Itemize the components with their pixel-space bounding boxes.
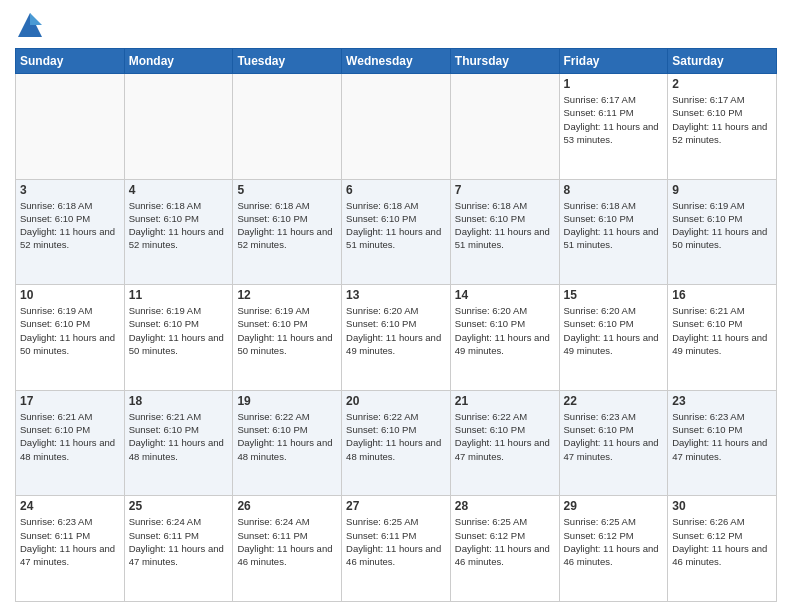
- day-info: Sunrise: 6:17 AMSunset: 6:11 PMDaylight:…: [564, 93, 664, 146]
- day-info: Sunrise: 6:23 AMSunset: 6:10 PMDaylight:…: [672, 410, 772, 463]
- calendar-cell: 24Sunrise: 6:23 AMSunset: 6:11 PMDayligh…: [16, 496, 125, 602]
- day-info: Sunrise: 6:25 AMSunset: 6:11 PMDaylight:…: [346, 515, 446, 568]
- calendar-header-wednesday: Wednesday: [342, 49, 451, 74]
- day-info: Sunrise: 6:17 AMSunset: 6:10 PMDaylight:…: [672, 93, 772, 146]
- day-number: 2: [672, 77, 772, 91]
- day-info: Sunrise: 6:23 AMSunset: 6:11 PMDaylight:…: [20, 515, 120, 568]
- calendar-cell: 30Sunrise: 6:26 AMSunset: 6:12 PMDayligh…: [668, 496, 777, 602]
- day-number: 19: [237, 394, 337, 408]
- day-number: 29: [564, 499, 664, 513]
- logo: [15, 10, 47, 40]
- calendar-header-friday: Friday: [559, 49, 668, 74]
- page: SundayMondayTuesdayWednesdayThursdayFrid…: [0, 0, 792, 612]
- day-number: 6: [346, 183, 446, 197]
- day-number: 16: [672, 288, 772, 302]
- day-info: Sunrise: 6:22 AMSunset: 6:10 PMDaylight:…: [237, 410, 337, 463]
- logo-icon: [15, 10, 45, 40]
- calendar-cell: 25Sunrise: 6:24 AMSunset: 6:11 PMDayligh…: [124, 496, 233, 602]
- day-number: 13: [346, 288, 446, 302]
- calendar-cell: [450, 74, 559, 180]
- calendar-cell: 27Sunrise: 6:25 AMSunset: 6:11 PMDayligh…: [342, 496, 451, 602]
- calendar-cell: 6Sunrise: 6:18 AMSunset: 6:10 PMDaylight…: [342, 179, 451, 285]
- calendar-cell: [342, 74, 451, 180]
- calendar-cell: 1Sunrise: 6:17 AMSunset: 6:11 PMDaylight…: [559, 74, 668, 180]
- day-number: 27: [346, 499, 446, 513]
- day-number: 7: [455, 183, 555, 197]
- day-info: Sunrise: 6:21 AMSunset: 6:10 PMDaylight:…: [129, 410, 229, 463]
- calendar-cell: 23Sunrise: 6:23 AMSunset: 6:10 PMDayligh…: [668, 390, 777, 496]
- calendar-week-row: 3Sunrise: 6:18 AMSunset: 6:10 PMDaylight…: [16, 179, 777, 285]
- calendar-cell: 2Sunrise: 6:17 AMSunset: 6:10 PMDaylight…: [668, 74, 777, 180]
- day-info: Sunrise: 6:20 AMSunset: 6:10 PMDaylight:…: [564, 304, 664, 357]
- calendar-cell: 18Sunrise: 6:21 AMSunset: 6:10 PMDayligh…: [124, 390, 233, 496]
- day-number: 1: [564, 77, 664, 91]
- day-number: 14: [455, 288, 555, 302]
- svg-marker-1: [30, 13, 42, 25]
- day-number: 9: [672, 183, 772, 197]
- calendar-header-tuesday: Tuesday: [233, 49, 342, 74]
- calendar-table: SundayMondayTuesdayWednesdayThursdayFrid…: [15, 48, 777, 602]
- day-number: 26: [237, 499, 337, 513]
- day-number: 23: [672, 394, 772, 408]
- day-number: 20: [346, 394, 446, 408]
- calendar-header-thursday: Thursday: [450, 49, 559, 74]
- calendar-cell: 17Sunrise: 6:21 AMSunset: 6:10 PMDayligh…: [16, 390, 125, 496]
- day-info: Sunrise: 6:22 AMSunset: 6:10 PMDaylight:…: [346, 410, 446, 463]
- calendar-header-monday: Monday: [124, 49, 233, 74]
- day-info: Sunrise: 6:18 AMSunset: 6:10 PMDaylight:…: [20, 199, 120, 252]
- calendar-cell: 11Sunrise: 6:19 AMSunset: 6:10 PMDayligh…: [124, 285, 233, 391]
- calendar-cell: [124, 74, 233, 180]
- calendar-week-row: 24Sunrise: 6:23 AMSunset: 6:11 PMDayligh…: [16, 496, 777, 602]
- day-info: Sunrise: 6:23 AMSunset: 6:10 PMDaylight:…: [564, 410, 664, 463]
- calendar-cell: 5Sunrise: 6:18 AMSunset: 6:10 PMDaylight…: [233, 179, 342, 285]
- day-number: 11: [129, 288, 229, 302]
- day-info: Sunrise: 6:21 AMSunset: 6:10 PMDaylight:…: [672, 304, 772, 357]
- day-info: Sunrise: 6:19 AMSunset: 6:10 PMDaylight:…: [129, 304, 229, 357]
- calendar-cell: 12Sunrise: 6:19 AMSunset: 6:10 PMDayligh…: [233, 285, 342, 391]
- calendar-cell: 15Sunrise: 6:20 AMSunset: 6:10 PMDayligh…: [559, 285, 668, 391]
- calendar-week-row: 1Sunrise: 6:17 AMSunset: 6:11 PMDaylight…: [16, 74, 777, 180]
- day-info: Sunrise: 6:19 AMSunset: 6:10 PMDaylight:…: [20, 304, 120, 357]
- calendar-cell: 10Sunrise: 6:19 AMSunset: 6:10 PMDayligh…: [16, 285, 125, 391]
- day-number: 24: [20, 499, 120, 513]
- day-number: 5: [237, 183, 337, 197]
- day-number: 22: [564, 394, 664, 408]
- day-info: Sunrise: 6:26 AMSunset: 6:12 PMDaylight:…: [672, 515, 772, 568]
- day-info: Sunrise: 6:18 AMSunset: 6:10 PMDaylight:…: [455, 199, 555, 252]
- day-number: 3: [20, 183, 120, 197]
- calendar-cell: 13Sunrise: 6:20 AMSunset: 6:10 PMDayligh…: [342, 285, 451, 391]
- day-number: 18: [129, 394, 229, 408]
- day-info: Sunrise: 6:19 AMSunset: 6:10 PMDaylight:…: [672, 199, 772, 252]
- calendar-cell: 3Sunrise: 6:18 AMSunset: 6:10 PMDaylight…: [16, 179, 125, 285]
- day-info: Sunrise: 6:20 AMSunset: 6:10 PMDaylight:…: [455, 304, 555, 357]
- calendar-cell: 28Sunrise: 6:25 AMSunset: 6:12 PMDayligh…: [450, 496, 559, 602]
- calendar-week-row: 17Sunrise: 6:21 AMSunset: 6:10 PMDayligh…: [16, 390, 777, 496]
- day-info: Sunrise: 6:18 AMSunset: 6:10 PMDaylight:…: [346, 199, 446, 252]
- day-number: 25: [129, 499, 229, 513]
- header: [15, 10, 777, 40]
- calendar-week-row: 10Sunrise: 6:19 AMSunset: 6:10 PMDayligh…: [16, 285, 777, 391]
- day-number: 12: [237, 288, 337, 302]
- day-info: Sunrise: 6:25 AMSunset: 6:12 PMDaylight:…: [455, 515, 555, 568]
- day-info: Sunrise: 6:21 AMSunset: 6:10 PMDaylight:…: [20, 410, 120, 463]
- day-number: 4: [129, 183, 229, 197]
- day-info: Sunrise: 6:25 AMSunset: 6:12 PMDaylight:…: [564, 515, 664, 568]
- calendar-cell: 4Sunrise: 6:18 AMSunset: 6:10 PMDaylight…: [124, 179, 233, 285]
- calendar-cell: 7Sunrise: 6:18 AMSunset: 6:10 PMDaylight…: [450, 179, 559, 285]
- calendar-cell: 14Sunrise: 6:20 AMSunset: 6:10 PMDayligh…: [450, 285, 559, 391]
- calendar-cell: 19Sunrise: 6:22 AMSunset: 6:10 PMDayligh…: [233, 390, 342, 496]
- calendar-header-sunday: Sunday: [16, 49, 125, 74]
- day-number: 15: [564, 288, 664, 302]
- calendar-cell: 21Sunrise: 6:22 AMSunset: 6:10 PMDayligh…: [450, 390, 559, 496]
- day-info: Sunrise: 6:20 AMSunset: 6:10 PMDaylight:…: [346, 304, 446, 357]
- calendar-cell: 29Sunrise: 6:25 AMSunset: 6:12 PMDayligh…: [559, 496, 668, 602]
- calendar-header-saturday: Saturday: [668, 49, 777, 74]
- calendar-cell: 9Sunrise: 6:19 AMSunset: 6:10 PMDaylight…: [668, 179, 777, 285]
- day-info: Sunrise: 6:24 AMSunset: 6:11 PMDaylight:…: [129, 515, 229, 568]
- calendar-cell: [233, 74, 342, 180]
- calendar-cell: 16Sunrise: 6:21 AMSunset: 6:10 PMDayligh…: [668, 285, 777, 391]
- day-info: Sunrise: 6:18 AMSunset: 6:10 PMDaylight:…: [129, 199, 229, 252]
- calendar-cell: 26Sunrise: 6:24 AMSunset: 6:11 PMDayligh…: [233, 496, 342, 602]
- day-number: 10: [20, 288, 120, 302]
- calendar-cell: 22Sunrise: 6:23 AMSunset: 6:10 PMDayligh…: [559, 390, 668, 496]
